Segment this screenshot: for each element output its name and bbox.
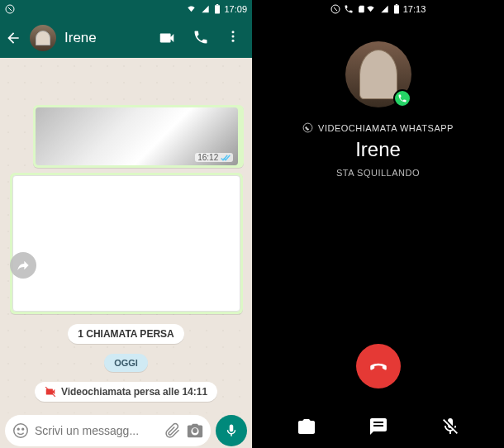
mic-icon [224,423,239,438]
svg-rect-1 [215,5,220,13]
status-bar-call: 17:13 [326,0,431,18]
forward-icon [17,259,30,272]
status-time-call: 17:13 [403,4,426,14]
battery-icon [393,4,400,14]
contact-avatar[interactable] [30,25,56,51]
emoji-icon[interactable] [12,422,30,440]
chat-screen: 17:09 Irene 16:12 1 CHIAMATA PERSA OGGI [0,0,252,448]
mic-button[interactable] [216,415,247,446]
call-avatar [345,41,411,107]
check-icon [221,155,231,162]
media-large-thumbnail[interactable] [12,175,240,312]
switch-camera-icon[interactable] [297,417,316,436]
attach-icon[interactable] [164,422,181,439]
media-thumbnail[interactable]: 16:12 [36,107,238,165]
svg-rect-11 [394,5,399,13]
missed-video-pill[interactable]: Videochiamata persa alle 14:11 [35,382,217,402]
svg-point-4 [232,36,235,38]
chat-icon[interactable] [368,417,388,436]
sync-icon [5,4,15,14]
phone-small-icon [344,4,354,14]
wifi-icon [186,5,197,13]
svg-point-8 [17,428,19,430]
missed-video-text: Videochiamata persa alle 14:11 [61,386,207,398]
message-media-large[interactable] [10,173,243,314]
missed-call-pill[interactable]: 1 CHIAMATA PERSA [68,324,183,344]
message-time: 16:12 [197,153,218,162]
signal-icon [379,5,390,13]
battery-icon [214,4,221,14]
call-screen: 17:13 VIDEOCHIAMATA WHATSAPP Irene STA S… [252,0,504,448]
hangup-icon [368,355,389,377]
svg-rect-12 [396,4,397,5]
chat-area[interactable]: 16:12 1 CHIAMATA PERSA OGGI Videochiamat… [0,58,252,413]
svg-rect-2 [216,4,218,5]
sync-icon [330,4,340,14]
call-type: VIDEOCHIAMATA WHATSAPP [302,122,454,133]
status-time: 17:09 [224,4,247,14]
message-media-out[interactable]: 16:12 [33,105,244,168]
back-icon[interactable] [5,30,21,46]
call-status: STA SQUILLANDO [336,168,420,178]
chat-header: Irene [0,18,252,58]
menu-icon[interactable] [226,29,240,44]
svg-point-5 [232,40,235,42]
camera-icon[interactable] [186,422,204,440]
message-input-wrapper[interactable] [5,415,211,446]
sim-icon [357,4,365,14]
whatsapp-badge [393,89,411,107]
svg-point-3 [232,31,235,33]
date-pill: OGGI [104,354,148,372]
status-bar: 17:09 [0,0,252,18]
call-bottom-bar [252,417,504,436]
signal-icon [200,5,211,13]
video-call-icon[interactable] [158,29,176,47]
svg-point-7 [14,424,28,438]
svg-point-13 [303,123,312,132]
contact-name[interactable]: Irene [64,30,150,46]
message-input[interactable] [35,424,159,437]
voice-call-icon[interactable] [193,29,209,45]
input-bar [0,413,252,448]
call-name: Irene [355,138,401,161]
mic-off-icon[interactable] [440,417,460,436]
forward-button[interactable] [10,252,36,279]
whatsapp-icon [397,93,407,103]
whatsapp-small-icon [302,122,313,133]
missed-video-icon [45,386,56,398]
svg-point-9 [22,428,24,430]
hangup-button[interactable] [356,344,401,388]
wifi-icon [365,5,376,13]
